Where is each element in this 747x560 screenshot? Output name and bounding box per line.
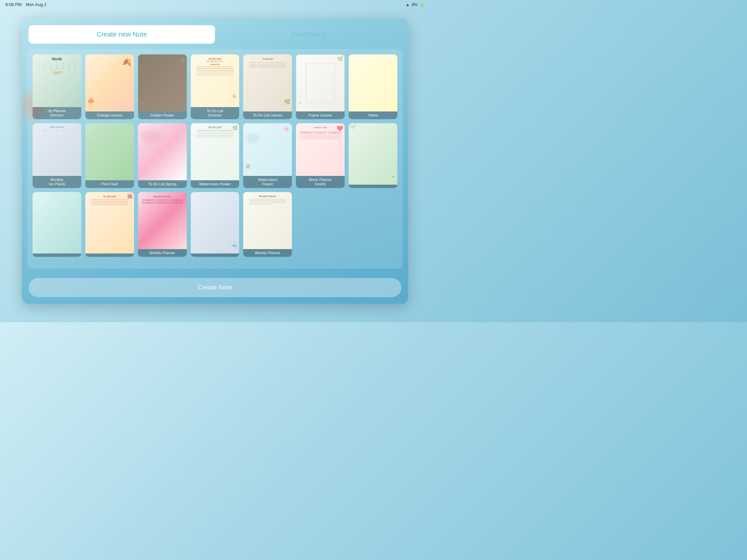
template-label-pink-fluid: To Do List Spring [138, 180, 187, 188]
template-yellow[interactable]: Yellow [349, 54, 397, 119]
template-label-teal-gradient [32, 254, 81, 257]
template-label-golden-flower: Golden Flower [138, 111, 187, 119]
template-todo-summer[interactable]: TO DO LIST TEA TIME DAY LONG... PRIORITI… [191, 54, 239, 119]
template-pink-fluid[interactable]: To Do List Spring [138, 123, 187, 188]
template-label-yellow: Yellow [349, 111, 397, 119]
template-label-sparkle-rain: Pink Fluid [85, 180, 134, 188]
template-label-monthly-plants: Monthlyner Plants [32, 176, 81, 188]
template-label-frame-leaves: Frame Leaves [296, 111, 344, 119]
template-label-todo-spring: Watercolors Flower [191, 180, 239, 188]
template-watercolors-flower[interactable]: 🌸 💐 WatercolorsFlower [243, 123, 292, 188]
template-label-orange-leaves: Orange Leaves [85, 111, 134, 119]
template-week-planner-hearts[interactable]: ❤️ SWEET LOVE Mon Tue Wed [296, 123, 344, 188]
wifi-icon: ▲ [406, 2, 410, 7]
template-golden-flower[interactable]: ✿ ❀ Golden Flower [138, 54, 187, 119]
template-label-abstract-blue [191, 254, 239, 257]
status-bar: 8:08 PM Mon Aug 2 ▲ 8% 🔋 [0, 0, 430, 9]
template-label-todo-pink [85, 254, 134, 257]
template-grid-container[interactable]: Month TWT FSSM 123 4567 8910 [27, 49, 403, 269]
template-teal-gradient[interactable]: ◦ [32, 192, 81, 257]
template-label-week-planner-hearts: Week PlannerHearts [296, 176, 344, 188]
template-weekly-planner-pink[interactable]: Weekly Planner MON TUE WED THU FRI SAT [138, 192, 187, 257]
status-time: 8:08 PM [5, 2, 22, 7]
template-monthly-mushroom[interactable]: Month TWT FSSM 123 4567 8910 [32, 54, 81, 119]
template-leaves-green[interactable]: 🌱 🍃 [349, 123, 397, 188]
create-note-modal: Create new Note Join Rooms Month TWT FSS… [22, 19, 408, 304]
tab-bar: Create new Note Join Rooms [29, 25, 402, 44]
template-todo-pink[interactable]: TO DO LIST 🌺 [85, 192, 134, 257]
template-label-todo-leaves: To Do List Leaves [243, 111, 292, 119]
tab-create-new-note[interactable]: Create new Note [29, 25, 215, 44]
battery-percent: 8% [412, 2, 417, 7]
template-frame-leaves[interactable]: 🌿 🍃 Frame Leaves [296, 54, 344, 119]
template-weekly-planner-2[interactable]: Weekly Planner Weekly Planner [243, 192, 292, 257]
template-sparkle-rain[interactable]: ✦ ✦ ✦ ✦ Pink Fluid [85, 123, 134, 188]
template-label-watercolors-flower: WatercolorsFlower [243, 176, 292, 188]
template-abstract-blue[interactable]: 🌊 [191, 192, 239, 257]
create-note-button[interactable]: Create Note [29, 278, 402, 297]
template-todo-spring[interactable]: TO DO LIST 🌿 Watercolors Flower [191, 123, 239, 188]
template-label-weekly-planner-pink: Weekly Planner [138, 249, 187, 257]
tab-join-rooms[interactable]: Join Rooms [215, 25, 402, 44]
battery-icon: 🔋 [419, 2, 424, 7]
template-label-monthly-mushroom: nly Plannerishroom [32, 107, 81, 119]
template-orange-leaves[interactable]: 🍂 🍁 Orange Leaves [85, 54, 134, 119]
template-monthly-plants[interactable]: nthly Planner TWT FSSM Monthlyner Plants [32, 123, 81, 188]
status-date: Mon Aug 2 [26, 2, 46, 7]
template-label-leaves-green [349, 185, 397, 188]
template-label-todo-summer: To Do ListSummer [191, 107, 239, 119]
template-grid: Month TWT FSSM 123 4567 8910 [32, 54, 397, 257]
template-todo-leaves[interactable]: To do list 🌿 To Do List Leaves [243, 54, 292, 119]
template-label-weekly-planner-2: Weekly Planner [243, 249, 292, 257]
